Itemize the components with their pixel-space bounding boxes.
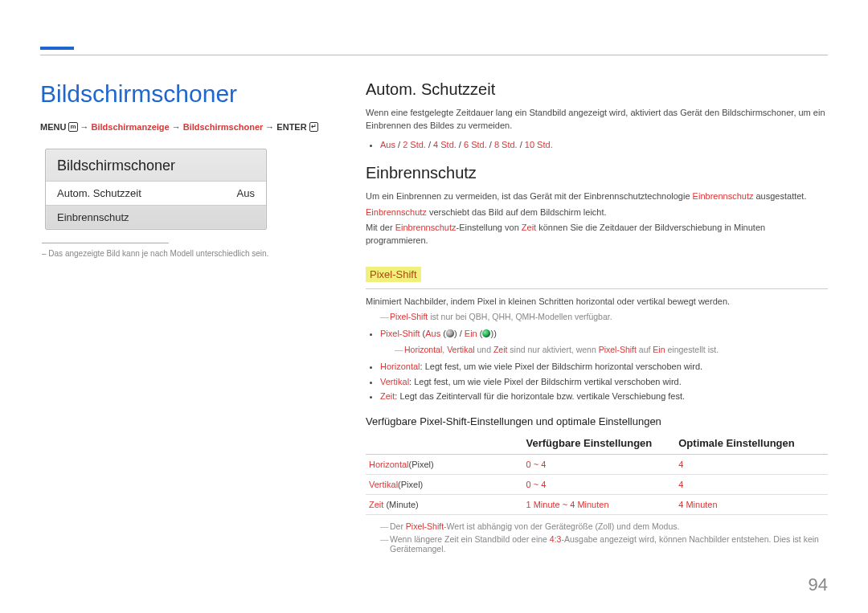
radio-on-icon — [482, 329, 490, 337]
pixel-shift-desc: Minimiert Nachbilder, indem Pixel in kle… — [366, 296, 828, 309]
term-pixel-shift: Pixel-Shift — [380, 329, 420, 338]
term-einbrennschutz: Einbrennschutz — [395, 223, 457, 232]
term-vertikal: Vertikal — [380, 377, 409, 386]
term-vertikal: Vertikal — [447, 345, 474, 354]
table-row: Vertikal(Pixel) 0 ~ 4 4 — [366, 475, 828, 495]
table-header: Optimale Einstellungen — [675, 432, 828, 455]
optimal-value: 4 Minuten — [675, 495, 828, 515]
separator: / — [426, 140, 433, 149]
pixel-shift-option-list: Pixel-Shift (Aus () / Ein ()) — [380, 326, 828, 341]
list-item: Zeit: Legt das Zeitintervall für die hor… — [380, 389, 828, 404]
radio-off-icon — [446, 329, 454, 337]
term-horizontal: Horizontal — [380, 362, 420, 371]
option-10std: 10 Std. — [525, 140, 553, 149]
einbrennschutz-p3: Mit der Einbrennschutz-Einstellung von Z… — [366, 222, 828, 247]
available-value: 1 Minute ~ 4 Minuten — [523, 495, 676, 515]
section-heading-pixel-shift: Pixel-Shift — [366, 267, 421, 282]
optimal-value: 4 — [675, 455, 828, 475]
text: Der — [390, 521, 406, 531]
optimal-value: 4 — [675, 475, 828, 495]
separator: / — [457, 140, 464, 149]
available-value: 0 ~ 4 — [523, 455, 676, 475]
option-6std: 6 Std. — [464, 140, 487, 149]
term-ein: Ein — [653, 345, 665, 354]
breadcrumb-enter: ENTER — [276, 122, 306, 132]
term-horizontal: Horizontal — [404, 345, 442, 354]
text: ) — [454, 329, 457, 338]
pixel-shift-settings-table: Verfügbare Einstellungen Optimale Einste… — [366, 432, 828, 515]
card-footnote-rule — [42, 243, 169, 243]
term-vertikal: Vertikal — [369, 480, 398, 489]
page-number: 94 — [809, 574, 828, 595]
term-zeit: Zeit — [522, 223, 536, 232]
content-column: Autom. Schutzzeit Wenn eine festgelegte … — [366, 80, 828, 557]
table-header — [366, 432, 523, 455]
term-pixel-shift: Pixel-Shift — [599, 345, 637, 354]
osd-row-burn-protection[interactable]: Einbrennschutz — [46, 206, 266, 229]
text: (Minute) — [383, 500, 418, 509]
text: : Legt fest, um wie viele Pixel der Bild… — [420, 362, 703, 371]
enter-icon: ↵ — [309, 122, 318, 132]
text: )) — [490, 329, 496, 338]
osd-row-label: Einbrennschutz — [57, 211, 129, 223]
term-einbrennschutz: Einbrennschutz — [366, 207, 427, 217]
osd-row-value: Aus — [237, 187, 255, 199]
text: Mit der — [366, 223, 395, 232]
text: ausgestattet. — [753, 191, 806, 201]
separator: / — [518, 140, 525, 149]
breadcrumb-arrow: → — [265, 122, 274, 132]
separator: / — [487, 140, 494, 149]
term-zeit: Zeit — [493, 345, 508, 354]
option-4std: 4 Std. — [433, 140, 457, 149]
option-aus: Aus — [380, 140, 395, 149]
term-4-3: 4:3 — [550, 534, 562, 544]
footnote-afterimage: Wenn längere Zeit ein Standbild oder ein… — [380, 534, 828, 554]
term-zeit: Zeit — [369, 500, 383, 509]
einbrennschutz-p2: Einbrennschutz verschiebt das Bild auf d… — [366, 206, 828, 219]
text: sind nur aktiviert, wenn — [507, 345, 598, 354]
separator: / — [395, 140, 403, 149]
breadcrumb-arrow: → — [80, 122, 89, 132]
text: verschiebt das Bild auf dem Bildschirm l… — [427, 207, 607, 217]
available-value: 0 ~ 4 — [523, 475, 676, 495]
option-2std: 2 Std. — [403, 140, 426, 149]
list-item: Horizontal: Legt fest, um wie viele Pixe… — [380, 359, 828, 374]
breadcrumb: MENU m → Bildschirmanzeige → Bildschirms… — [40, 122, 318, 132]
osd-preview-card: Bildschirmschoner Autom. Schutzzeit Aus … — [45, 149, 267, 230]
breadcrumb-part2: Bildschirmschoner — [183, 122, 264, 132]
pixel-shift-activation-note: Horizontal, Vertikal und Zeit sind nur a… — [395, 345, 828, 354]
table-row: Horizontal(Pixel) 0 ~ 4 4 — [366, 455, 828, 475]
breadcrumb-arrow: → — [172, 122, 181, 132]
row-label: Zeit (Minute) — [366, 495, 523, 515]
header-rule — [40, 55, 828, 55]
text: Um ein Einbrennen zu vermeiden, ist das … — [366, 191, 693, 201]
list-item: Pixel-Shift (Aus () / Ein ()) — [380, 326, 828, 341]
text: auf — [637, 345, 653, 354]
term-einbrennschutz: Einbrennschutz — [693, 191, 754, 201]
menu-icon: m — [68, 122, 77, 132]
text: ist nur bei QBH, QHH, QMH-Modellen verfü… — [428, 312, 612, 321]
page-title: Bildschirmschoner — [40, 80, 237, 108]
einbrennschutz-p1: Um ein Einbrennen zu vermeiden, ist das … — [366, 190, 828, 203]
term-pixel-shift: Pixel-Shift — [390, 312, 428, 321]
text: und — [475, 345, 493, 354]
text: (Pixel) — [398, 480, 423, 489]
text: : Legt das Zeitintervall für die horizon… — [395, 391, 685, 401]
option-8std: 8 Std. — [494, 140, 518, 149]
auto-schutzzeit-options: Aus / 2 Std. / 4 Std. / 6 Std. / 8 Std. … — [380, 137, 828, 153]
pixel-shift-param-list: Horizontal: Legt fest, um wie viele Pixe… — [380, 359, 828, 404]
list-item: Vertikal: Legt fest, um wie viele Pixel … — [380, 374, 828, 390]
term-zeit: Zeit — [380, 391, 395, 401]
osd-title: Bildschirmschoner — [46, 149, 266, 181]
osd-row-auto-protection[interactable]: Autom. Schutzzeit Aus — [46, 181, 266, 206]
table-row: Zeit (Minute) 1 Minute ~ 4 Minuten 4 Min… — [366, 495, 828, 515]
table-header: Verfügbare Einstellungen — [523, 432, 676, 455]
card-footnote: – Das angezeigte Bild kann je nach Model… — [42, 249, 268, 258]
pixel-shift-heading-row: Pixel-Shift — [366, 264, 828, 289]
row-label: Horizontal(Pixel) — [366, 455, 523, 475]
footnote-pixel-shift-value: Der Pixel-Shift-Wert ist abhängig von de… — [380, 521, 828, 531]
table-title: Verfügbare Pixel-Shift-Einstellungen und… — [366, 415, 828, 427]
row-label: Vertikal(Pixel) — [366, 475, 523, 495]
option-ein: Ein — [465, 329, 477, 338]
text: eingestellt ist. — [665, 345, 719, 354]
